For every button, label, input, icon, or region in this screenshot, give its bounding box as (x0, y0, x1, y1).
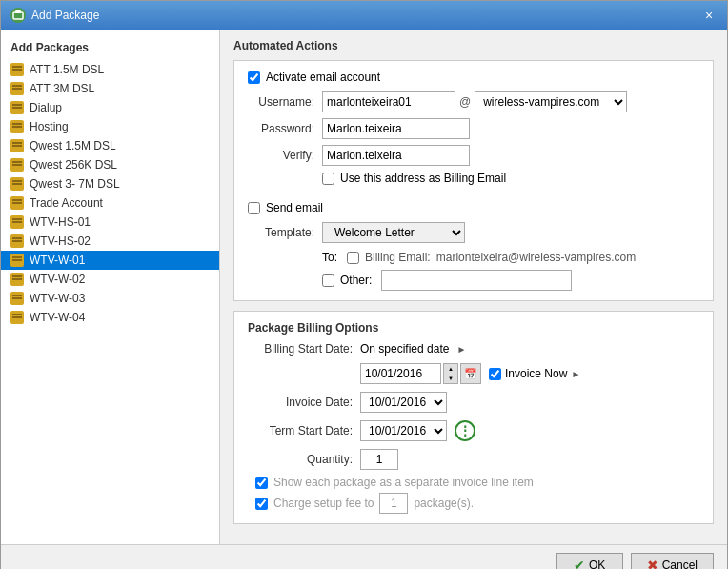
svg-rect-1 (15, 10, 21, 13)
window-icon (10, 8, 26, 23)
at-symbol: @ (459, 95, 471, 109)
billing-date-input[interactable] (360, 363, 441, 384)
billing-start-label: Billing Start Date: (248, 342, 353, 356)
package-label: Qwest 1.5M DSL (30, 139, 116, 152)
term-start-label: Term Start Date: (248, 424, 353, 437)
billing-email-row: Use this address as Billing Email (322, 172, 699, 185)
invoice-date-select[interactable]: 10/01/2016 (360, 392, 447, 413)
term-start-select[interactable]: 10/01/2016 (360, 420, 447, 441)
title-bar-left: Add Package (10, 8, 99, 23)
package-icon (10, 177, 24, 191)
send-email-label: Send email (266, 201, 323, 214)
package-icon (10, 196, 24, 210)
password-input[interactable] (322, 118, 470, 139)
password-row: Password: (248, 118, 699, 139)
billing-options-header: Package Billing Options (248, 321, 699, 335)
username-row: Username: @ wireless-vampires.com (248, 91, 699, 112)
list-item[interactable]: WTV-W-02 (1, 270, 219, 289)
billing-start-mode: On specified date (360, 342, 449, 356)
to-row: To: Billing Email: marlonteixeira@wirele… (322, 251, 699, 264)
charge-setup-row: Charge setup fee to package(s). (255, 493, 699, 514)
package-label: WTV-HS-01 (30, 215, 91, 229)
username-input[interactable] (322, 91, 455, 112)
other-checkbox[interactable] (322, 274, 334, 287)
invoice-now-checkbox[interactable] (489, 368, 501, 380)
list-item[interactable]: ATT 1.5M DSL (1, 60, 219, 79)
package-icon (10, 311, 24, 324)
list-item[interactable]: WTV-W-03 (1, 289, 219, 308)
quantity-row: Quantity: (248, 449, 699, 470)
package-label: WTV-W-04 (30, 311, 85, 324)
list-item[interactable]: WTV-HS-01 (1, 213, 219, 232)
list-item[interactable]: Qwest 3- 7M DSL (1, 174, 219, 193)
password-label: Password: (248, 122, 314, 135)
billing-mode-arrow: ► (456, 344, 466, 355)
package-icon (10, 139, 24, 152)
package-label: ATT 3M DSL (30, 82, 94, 95)
billing-date-spinner: ▲ ▼ (443, 363, 458, 384)
billing-to-checkbox[interactable] (347, 252, 359, 264)
list-item[interactable]: WTV-W-04 (1, 308, 219, 327)
package-label: WTV-W-02 (30, 273, 85, 286)
spin-up-button[interactable]: ▲ (444, 364, 457, 374)
spin-down-button[interactable]: ▼ (444, 374, 457, 383)
footer: ✔ OK ✖ Cancel (1, 544, 727, 569)
send-email-checkbox[interactable] (248, 202, 260, 214)
send-email-row: Send email (248, 201, 699, 214)
billing-email-label: Use this address as Billing Email (340, 172, 506, 185)
activate-email-checkbox[interactable] (248, 71, 260, 84)
charge-setup-qty[interactable] (379, 493, 408, 514)
cancel-x-icon: ✖ (647, 558, 658, 569)
left-panel-header: Add Packages (1, 37, 219, 60)
left-panel: Add Packages ATT 1.5M DSLATT 3M DSLDialu… (1, 30, 220, 544)
window-title: Add Package (31, 9, 99, 22)
package-label: Qwest 3- 7M DSL (30, 177, 120, 191)
ok-check-icon: ✔ (574, 558, 585, 569)
invoice-now-arrow: ► (571, 369, 580, 379)
template-row: Template: Welcome Letter (248, 222, 699, 243)
list-item[interactable]: WTV-HS-02 (1, 232, 219, 251)
charge-setup-suffix: package(s). (414, 497, 474, 510)
list-item[interactable]: ATT 3M DSL (1, 79, 219, 98)
invoice-now-label: Invoice Now (505, 367, 567, 380)
title-bar: Add Package × (1, 1, 727, 30)
activate-email-label: Activate email account (266, 71, 380, 84)
cancel-button[interactable]: ✖ Cancel (631, 553, 714, 569)
other-input[interactable] (381, 270, 572, 291)
list-item[interactable]: Dialup (1, 98, 219, 117)
calendar-button[interactable]: 📅 (460, 363, 481, 384)
package-icon (10, 234, 24, 248)
other-row: Other: (322, 270, 699, 291)
billing-email-checkbox[interactable] (322, 173, 334, 185)
billing-date-row: ▲ ▼ 📅 Invoice Now ► (360, 363, 699, 384)
package-icon (10, 254, 24, 267)
show-separate-checkbox[interactable] (255, 477, 268, 489)
package-icon (10, 158, 24, 172)
username-group: @ wireless-vampires.com (322, 91, 627, 112)
ok-button[interactable]: ✔ OK (556, 553, 623, 569)
invoice-now-group: Invoice Now ► (489, 367, 580, 380)
quantity-input[interactable] (360, 449, 398, 470)
list-item[interactable]: Trade Account (1, 193, 219, 213)
close-button[interactable]: × (700, 7, 718, 24)
package-label: WTV-W-01 (30, 254, 85, 267)
verify-input[interactable] (322, 145, 470, 166)
list-item[interactable]: WTV-W-01 (1, 251, 219, 270)
list-item[interactable]: Hosting (1, 117, 219, 136)
template-select[interactable]: Welcome Letter (322, 222, 465, 243)
invoice-date-row: Invoice Date: 10/01/2016 (248, 392, 699, 413)
show-separate-row: Show each package as a separate invoice … (255, 476, 699, 489)
term-start-info-icon[interactable]: ⋮ (455, 420, 475, 441)
package-icon (10, 215, 24, 229)
cancel-label: Cancel (662, 559, 698, 569)
list-item[interactable]: Qwest 1.5M DSL (1, 136, 219, 155)
right-panel: Automated Actions Activate email account… (220, 30, 727, 544)
package-label: WTV-HS-02 (30, 234, 91, 248)
package-icon (10, 101, 24, 114)
billing-email-to-label: Billing Email: (365, 251, 431, 264)
verify-label: Verify: (248, 149, 314, 162)
billing-options-section: Package Billing Options Billing Start Da… (233, 311, 714, 524)
list-item[interactable]: Qwest 256K DSL (1, 155, 219, 174)
domain-select[interactable]: wireless-vampires.com (475, 91, 627, 112)
charge-setup-checkbox[interactable] (255, 498, 268, 510)
